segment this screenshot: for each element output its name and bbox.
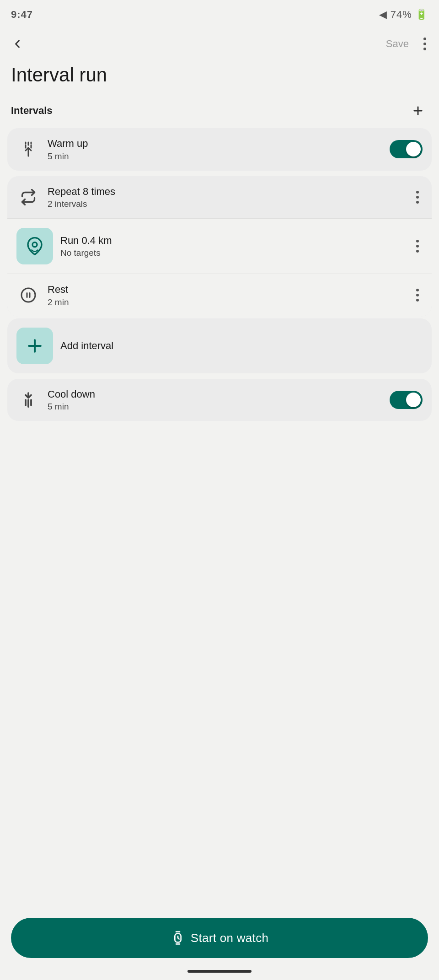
svg-line-22 bbox=[178, 938, 179, 939]
run-title: Run 0.4 km bbox=[60, 234, 405, 248]
location-icon bbox=[26, 237, 44, 255]
repeat-group: Repeat 8 times 2 intervals bbox=[7, 176, 432, 317]
start-button-label: Start on watch bbox=[191, 931, 268, 945]
add-intervals-button[interactable] bbox=[408, 101, 428, 121]
warmup-icon bbox=[16, 137, 40, 161]
warmup-subtitle: 5 min bbox=[48, 151, 382, 162]
page-title: Interval run bbox=[0, 60, 439, 97]
start-on-watch-button[interactable]: Start on watch bbox=[11, 918, 428, 958]
status-time: 9:47 bbox=[11, 9, 33, 21]
repeat-header: Repeat 8 times 2 intervals bbox=[7, 176, 432, 219]
warmup-title: Warm up bbox=[48, 137, 382, 151]
repeat-title: Repeat 8 times bbox=[48, 185, 405, 199]
rest-icon bbox=[16, 283, 40, 307]
add-interval-label: Add interval bbox=[60, 340, 113, 352]
status-icons: ◀ 74% 🔋 bbox=[379, 9, 428, 21]
intervals-section-title: Intervals bbox=[11, 105, 53, 117]
svg-point-9 bbox=[21, 288, 35, 302]
run-subtitle: No targets bbox=[60, 248, 405, 258]
watch-icon bbox=[171, 931, 185, 945]
more-options-button[interactable] bbox=[420, 34, 430, 54]
rest-more-icon bbox=[416, 289, 419, 302]
cooldown-title: Cool down bbox=[48, 388, 382, 401]
cooldown-card: Cool down 5 min bbox=[7, 379, 432, 421]
warmup-card: Warm up 5 min bbox=[7, 128, 432, 171]
cooldown-subtitle: 5 min bbox=[48, 402, 382, 412]
cooldown-icon bbox=[16, 388, 40, 412]
repeat-more-button[interactable] bbox=[412, 187, 423, 207]
svg-point-8 bbox=[32, 242, 37, 247]
repeat-more-icon bbox=[416, 191, 419, 204]
back-button[interactable] bbox=[7, 34, 27, 54]
more-icon bbox=[423, 38, 426, 50]
cooldown-toggle[interactable] bbox=[390, 391, 423, 409]
rest-card: Rest 2 min bbox=[7, 274, 432, 317]
rest-title: Rest bbox=[48, 283, 405, 296]
run-card: Run 0.4 km No targets bbox=[7, 218, 432, 274]
repeat-icon bbox=[16, 185, 40, 209]
run-more-button[interactable] bbox=[412, 236, 423, 256]
repeat-subtitle: 2 intervals bbox=[48, 199, 405, 209]
plus-circle-icon bbox=[25, 336, 45, 356]
run-icon-container bbox=[16, 228, 53, 264]
back-icon bbox=[11, 38, 24, 50]
rest-subtitle: 2 min bbox=[48, 297, 405, 307]
warmup-toggle[interactable] bbox=[390, 140, 423, 158]
add-interval-card[interactable]: Add interval bbox=[7, 318, 432, 373]
plus-icon bbox=[412, 104, 424, 117]
save-button[interactable]: Save bbox=[382, 34, 412, 54]
rest-more-button[interactable] bbox=[412, 285, 423, 305]
run-more-icon bbox=[416, 240, 419, 253]
add-interval-icon bbox=[16, 328, 53, 364]
home-indicator bbox=[187, 970, 252, 973]
